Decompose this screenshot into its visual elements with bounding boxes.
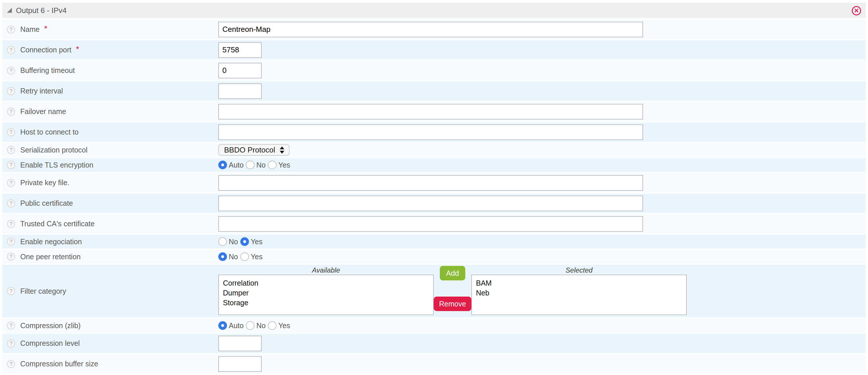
compression-buffer-size-input[interactable] — [218, 356, 262, 372]
list-item[interactable]: BAM — [476, 278, 686, 288]
help-icon[interactable]: ? — [7, 220, 15, 228]
radio-selected-icon[interactable] — [218, 321, 227, 330]
compression-level-input[interactable] — [218, 336, 262, 351]
row-name: ? Name * — [2, 20, 866, 39]
help-icon[interactable]: ? — [7, 161, 15, 169]
radio-option-label: Yes — [251, 252, 262, 261]
failover-name-input[interactable] — [218, 104, 643, 120]
help-icon[interactable]: ? — [7, 238, 15, 246]
help-icon[interactable]: ? — [7, 252, 15, 261]
radio-option-yes[interactable]: Yes — [240, 237, 265, 246]
field-label: Retry interval — [20, 87, 63, 95]
help-icon[interactable]: ? — [7, 108, 15, 116]
radio-option-yes[interactable]: Yes — [268, 321, 292, 330]
help-icon[interactable]: ? — [7, 287, 15, 295]
list-item[interactable]: Storage — [223, 298, 433, 308]
field-label: Connection port — [20, 46, 71, 54]
help-icon[interactable]: ? — [7, 146, 15, 154]
serialization-protocol-select[interactable]: BBDO Protocol — [218, 144, 289, 156]
buffering-timeout-input[interactable] — [218, 63, 262, 78]
radio-unselected-icon[interactable] — [268, 161, 277, 169]
help-icon[interactable]: ? — [7, 199, 15, 207]
radio-option-label: No — [256, 321, 266, 330]
list-item[interactable]: Correlation — [223, 278, 433, 288]
field-label: Failover name — [20, 107, 66, 116]
radio-option-no[interactable]: No — [218, 237, 240, 246]
field-label: One peer retention — [20, 252, 81, 261]
help-icon[interactable]: ? — [7, 179, 15, 187]
radio-unselected-icon[interactable] — [268, 321, 277, 330]
radio-option-label: No — [229, 252, 238, 261]
help-icon[interactable]: ? — [7, 26, 15, 34]
radio-option-no[interactable]: No — [246, 321, 268, 330]
output-form-panel: Output 6 - IPv4 ✕ ? Name * ? Connection … — [0, 0, 868, 374]
field-label: Buffering timeout — [20, 66, 75, 75]
list-item[interactable]: Neb — [476, 288, 686, 298]
trusted-ca-certificate-input[interactable] — [218, 216, 643, 232]
radio-option-label: Yes — [278, 161, 290, 169]
public-certificate-input[interactable] — [218, 196, 643, 211]
radio-selected-icon[interactable] — [218, 252, 227, 261]
row-private-key-file: ? Private key file. — [2, 173, 866, 193]
radio-option-auto[interactable]: Auto — [218, 321, 246, 330]
help-icon[interactable]: ? — [7, 360, 15, 368]
remove-button[interactable]: Remove — [434, 297, 471, 311]
selected-column: Selected BAMNeb — [471, 265, 687, 315]
help-icon[interactable]: ? — [7, 128, 15, 136]
field-label: Public certificate — [20, 199, 73, 207]
duallist-actions: Add Remove — [434, 265, 471, 311]
radio-unselected-icon[interactable] — [246, 161, 254, 169]
row-buffering-timeout: ? Buffering timeout — [2, 61, 866, 80]
available-column: Available CorrelationDumperStorage — [218, 265, 434, 315]
field-label: Compression (zlib) — [20, 321, 81, 330]
row-serialization-protocol: ? Serialization protocol BBDO Protocol — [2, 143, 866, 157]
connection-port-input[interactable] — [218, 42, 262, 58]
radio-unselected-icon[interactable] — [218, 237, 227, 246]
row-retry-interval: ? Retry interval — [2, 81, 866, 101]
radio-selected-icon[interactable] — [218, 161, 227, 169]
host-to-connect-input[interactable] — [218, 125, 643, 140]
field-label: Compression level — [20, 339, 80, 347]
radio-selected-icon[interactable] — [240, 237, 249, 246]
help-icon[interactable]: ? — [7, 321, 15, 330]
required-asterisk: * — [76, 45, 79, 54]
section-header: Output 6 - IPv4 ✕ — [2, 3, 866, 18]
field-label: Serialization protocol — [20, 146, 87, 154]
radio-option-yes[interactable]: Yes — [240, 252, 265, 261]
collapse-triangle-icon[interactable] — [7, 8, 12, 13]
add-button[interactable]: Add — [440, 266, 465, 280]
required-asterisk: * — [44, 24, 48, 33]
help-icon[interactable]: ? — [7, 67, 15, 75]
tls-encryption-radio-group: AutoNoYes — [218, 161, 292, 169]
one-peer-retention-radio-group: NoYes — [218, 252, 265, 261]
radio-unselected-icon[interactable] — [240, 252, 249, 261]
row-enable-tls-encryption: ? Enable TLS encryption AutoNoYes — [2, 158, 866, 172]
list-item[interactable]: Dumper — [223, 288, 433, 298]
radio-option-no[interactable]: No — [246, 161, 268, 169]
field-label: Filter category — [20, 287, 66, 296]
help-icon[interactable]: ? — [7, 87, 15, 95]
name-input[interactable] — [218, 22, 643, 37]
compression-radio-group: AutoNoYes — [218, 321, 292, 330]
row-one-peer-retention: ? One peer retention NoYes — [2, 250, 866, 264]
retry-interval-input[interactable] — [218, 83, 262, 99]
radio-unselected-icon[interactable] — [246, 321, 254, 330]
private-key-file-input[interactable] — [218, 175, 643, 191]
close-section-icon[interactable]: ✕ — [852, 6, 861, 15]
field-label: Private key file. — [20, 178, 69, 187]
row-filter-category: ? Filter category Available CorrelationD… — [2, 265, 866, 317]
radio-option-label: Yes — [251, 238, 262, 246]
radio-option-no[interactable]: No — [218, 252, 240, 261]
row-public-certificate: ? Public certificate — [2, 194, 866, 213]
selected-listbox[interactable]: BAMNeb — [471, 275, 687, 315]
available-listbox[interactable]: CorrelationDumperStorage — [218, 275, 434, 315]
help-icon[interactable]: ? — [7, 339, 15, 347]
row-compression-level: ? Compression level — [2, 334, 866, 353]
radio-option-yes[interactable]: Yes — [268, 161, 292, 169]
help-icon[interactable]: ? — [7, 46, 15, 54]
select-value: BBDO Protocol — [224, 145, 275, 155]
select-arrows-icon — [280, 146, 284, 154]
radio-option-auto[interactable]: Auto — [218, 161, 246, 169]
field-label: Enable negociation — [20, 238, 82, 246]
row-compression-buffer-size: ? Compression buffer size — [2, 354, 866, 374]
